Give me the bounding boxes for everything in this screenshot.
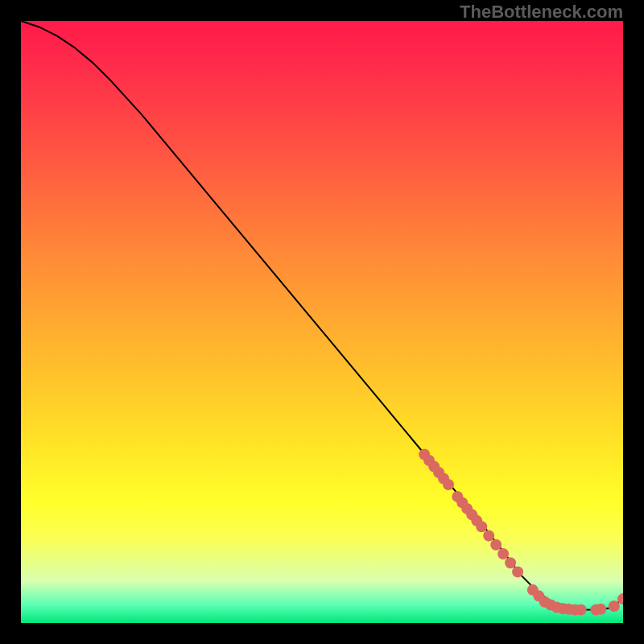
watermark-text: TheBottleneck.com: [460, 2, 623, 23]
scatter-dot: [512, 566, 523, 577]
chart-curve: [21, 21, 623, 610]
chart-plot-area: [21, 21, 623, 623]
scatter-dot: [483, 530, 494, 542]
chart-overlay-svg: [21, 21, 623, 623]
scatter-dot: [490, 539, 502, 551]
scatter-dot: [609, 601, 620, 612]
scatter-dot: [595, 604, 606, 615]
scatter-dot: [443, 479, 454, 490]
scatter-dot: [576, 605, 587, 616]
scatter-dot: [476, 521, 487, 532]
scatter-dot: [497, 548, 509, 559]
chart-scatter-dots: [419, 449, 623, 616]
scatter-dot: [505, 557, 516, 568]
